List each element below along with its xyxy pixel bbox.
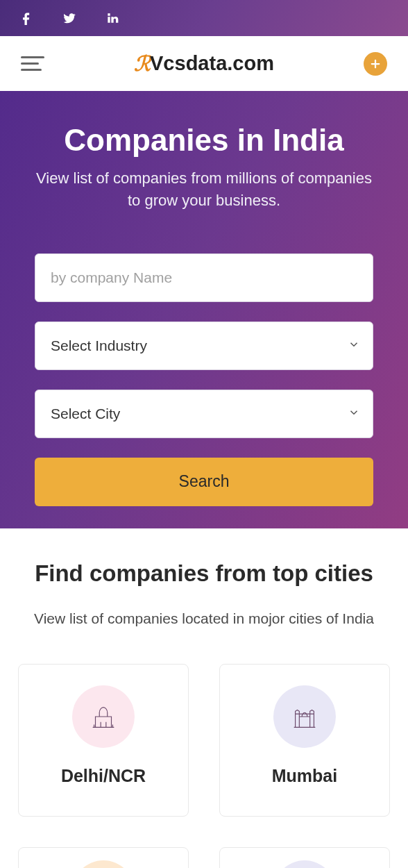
industry-select[interactable]: Select Industry (35, 322, 373, 370)
facebook-icon[interactable] (19, 11, 33, 25)
city-card-delhi[interactable]: Delhi/NCR (18, 664, 189, 817)
gateway-icon (273, 685, 336, 748)
cities-title: Find companies from top cities (18, 560, 390, 587)
city-card-partial[interactable] (219, 847, 390, 868)
city-icon-placeholder (72, 860, 135, 868)
monument-icon (72, 685, 135, 748)
hero-title: Companies in India (35, 123, 373, 158)
hero-section: Companies in India View list of companie… (0, 91, 408, 528)
company-name-input[interactable] (51, 269, 357, 286)
add-button[interactable] (364, 52, 387, 76)
top-cities-section: Find companies from top cities View list… (0, 528, 408, 868)
city-select[interactable]: Select City (35, 390, 373, 438)
plus-icon (369, 58, 382, 70)
twitter-icon[interactable] (62, 11, 76, 25)
city-grid: Delhi/NCR Mumbai (18, 664, 390, 868)
city-card-mumbai[interactable]: Mumbai (219, 664, 390, 817)
top-social-bar (0, 0, 408, 36)
menu-toggle-icon[interactable] (21, 56, 44, 71)
city-select-label: Select City (51, 406, 357, 422)
search-button[interactable]: Search (35, 458, 373, 506)
industry-select-label: Select Industry (51, 337, 357, 354)
city-name: Mumbai (272, 766, 337, 786)
city-name: Delhi/NCR (61, 766, 146, 786)
brand-logo[interactable]: ℛ Vcsdata.com (44, 51, 364, 76)
city-icon-placeholder (273, 860, 336, 868)
cities-subtitle: View list of companies located in mojor … (18, 608, 390, 630)
search-form: Select Industry Select City Search (35, 253, 373, 506)
company-name-field[interactable] (35, 253, 373, 302)
city-card-partial[interactable] (18, 847, 189, 868)
brand-name: Vcsdata.com (150, 52, 274, 75)
hero-subtitle: View list of companies from millions of … (35, 167, 373, 212)
navbar: ℛ Vcsdata.com (0, 36, 408, 91)
logo-mark-icon: ℛ (134, 51, 151, 76)
linkedin-icon[interactable] (105, 11, 119, 25)
